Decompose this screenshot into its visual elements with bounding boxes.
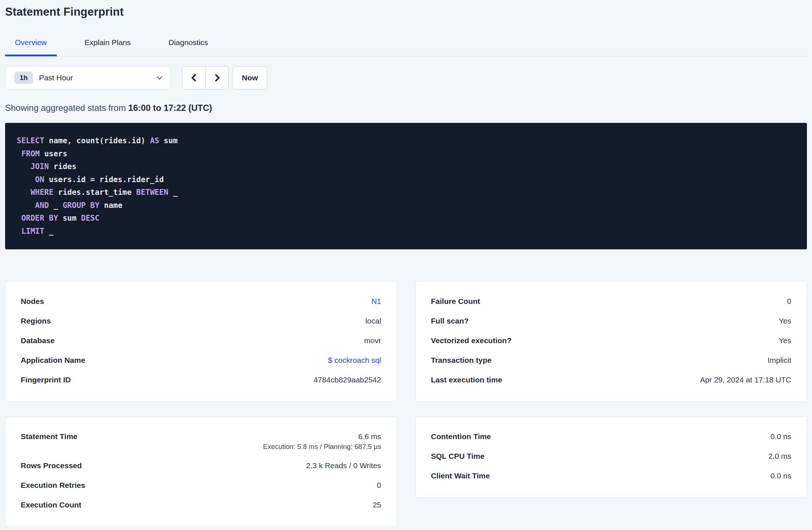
now-button[interactable]: Now (233, 66, 267, 89)
detail-row-application-name: Application Name $ cockroach sql (21, 355, 381, 365)
perf-row-sql-cpu-time: SQL CPU Time 2.0 ms (431, 451, 792, 461)
row-value: 0.0 ns (771, 471, 791, 481)
row-value: Yes (779, 316, 791, 326)
detail-row-last-execution-time: Last execution time Apr 29, 2024 at 17:1… (431, 375, 792, 385)
execution-attributes-card: Failure Count 0 Full scan? Yes Vectorize… (415, 281, 807, 401)
row-label: Regions (21, 316, 51, 326)
row-value: Apr 29, 2024 at 17:18 UTC (700, 375, 791, 385)
row-label: Failure Count (431, 296, 480, 306)
detail-row-full-scan: Full scan? Yes (431, 316, 792, 326)
row-label: Fingerprint ID (21, 375, 71, 385)
row-value: 2.3 k Reads / 0 Writes (306, 461, 381, 471)
statement-time-breakdown: Execution: 5.8 ms / Planning: 687.5 µs (263, 442, 381, 451)
row-value: 25 (373, 500, 381, 510)
row-label: Contention Time (431, 431, 491, 442)
summary-cards: Nodes N1 Regions local Database movr App… (5, 281, 807, 526)
row-value: 4784cb829aab2542 (314, 375, 381, 385)
perf-row-client-wait-time: Client Wait Time 0.0 ns (431, 471, 792, 481)
statement-times-card: Statement Time 6.6 ms Execution: 5.8 ms … (5, 417, 397, 526)
row-label: Full scan? (431, 316, 469, 326)
row-label: Vectorized execution? (431, 336, 512, 346)
tab-overview[interactable]: Overview (5, 38, 57, 56)
detail-row-vectorized-execution: Vectorized execution? Yes (431, 336, 792, 346)
left-column: Nodes N1 Regions local Database movr App… (5, 281, 397, 526)
detail-row-regions: Regions local (21, 316, 381, 326)
wait-times-card: Contention Time 0.0 ns SQL CPU Time 2.0 … (415, 417, 807, 497)
time-step-button-group (182, 66, 229, 89)
right-column: Failure Count 0 Full scan? Yes Vectorize… (415, 281, 807, 497)
perf-row-rows-processed: Rows Processed 2.3 k Reads / 0 Writes (21, 461, 381, 471)
perf-row-execution-count: Execution Count 25 (21, 500, 381, 510)
next-time-button[interactable] (205, 67, 228, 89)
row-value: 0 (377, 480, 381, 490)
perf-row-contention-time: Contention Time 0.0 ns (431, 431, 792, 442)
row-value: 2.0 ms (768, 451, 791, 461)
page-title: Statement Fingerprint (5, 5, 807, 19)
row-label: Nodes (21, 296, 44, 306)
perf-row-execution-retries: Execution Retries 0 (21, 480, 381, 490)
row-label: Execution Count (21, 500, 81, 510)
statement-details-card: Nodes N1 Regions local Database movr App… (5, 281, 397, 401)
tab-bar: Overview Explain Plans Diagnostics (5, 38, 807, 56)
row-value: Yes (779, 336, 791, 346)
row-label: Database (21, 336, 55, 346)
perf-row-statement-time: Statement Time 6.6 ms Execution: 5.8 ms … (21, 431, 381, 451)
row-label: SQL CPU Time (431, 451, 485, 461)
detail-row-failure-count: Failure Count 0 (431, 296, 792, 306)
detail-row-fingerprint-id: Fingerprint ID 4784cb829aab2542 (21, 375, 381, 385)
sql-statement-block: SELECT name, count(rides.id) AS sum FROM… (5, 123, 807, 249)
time-range-select[interactable]: 1h Past Hour (5, 66, 171, 89)
stats-line-prefix: Showing aggregated stats from (5, 103, 128, 113)
chevron-down-icon (156, 74, 164, 82)
row-value: local (365, 316, 381, 326)
time-range-badge: 1h (14, 72, 33, 84)
tab-diagnostics[interactable]: Diagnostics (159, 38, 218, 56)
row-label: Statement Time (21, 431, 77, 442)
chevron-left-icon (189, 73, 199, 83)
detail-row-transaction-type: Transaction type Implicit (431, 355, 792, 365)
row-value: 0 (787, 296, 791, 306)
detail-row-nodes: Nodes N1 (21, 296, 381, 306)
row-label: Transaction type (431, 355, 492, 365)
detail-row-database: Database movr (21, 336, 381, 346)
statement-time-value: 6.6 ms (358, 431, 381, 442)
row-label: Execution Retries (21, 480, 85, 490)
statement-fingerprint-page: Statement Fingerprint Overview Explain P… (0, 0, 812, 526)
aggregated-stats-line: Showing aggregated stats from 16:00 to 1… (5, 103, 807, 113)
row-label: Last execution time (431, 375, 502, 385)
previous-time-button[interactable] (182, 67, 205, 89)
row-value: 6.6 ms Execution: 5.8 ms / Planning: 687… (263, 431, 381, 451)
time-range-label: Past Hour (39, 73, 73, 82)
row-label: Application Name (21, 355, 85, 365)
row-label: Rows Processed (21, 461, 82, 471)
stats-line-range: 16:00 to 17:22 (UTC) (128, 103, 212, 113)
application-name-link[interactable]: $ cockroach sql (328, 355, 381, 365)
row-label: Client Wait Time (431, 471, 490, 481)
chevron-right-icon (212, 73, 222, 83)
row-value: Implicit (768, 355, 791, 365)
row-value: 0.0 ns (771, 431, 791, 442)
tab-explain-plans[interactable]: Explain Plans (75, 38, 141, 56)
time-controls: 1h Past Hour (5, 66, 807, 89)
row-value: movr (364, 336, 381, 346)
nodes-link[interactable]: N1 (371, 296, 381, 306)
